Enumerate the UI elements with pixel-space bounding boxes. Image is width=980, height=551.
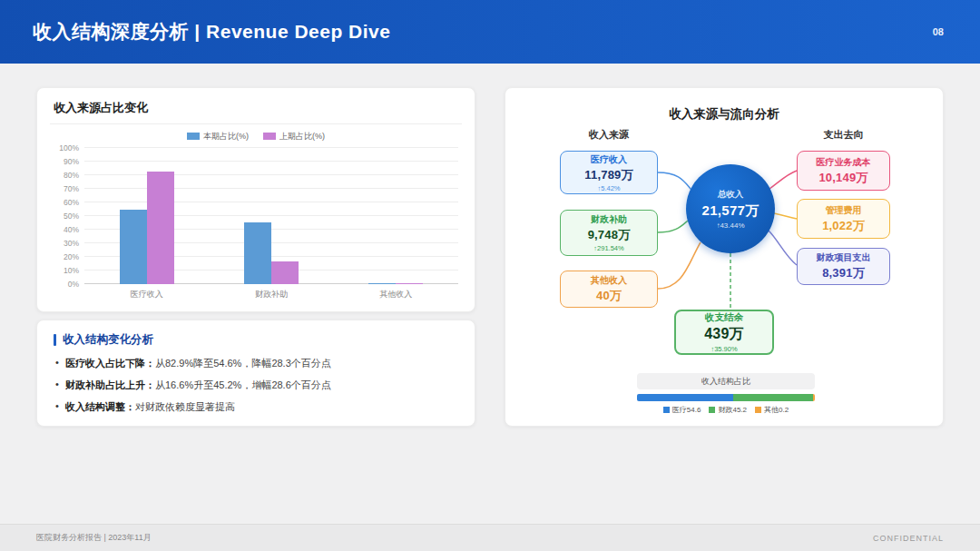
legend-swatch xyxy=(263,133,276,140)
legend-item: 上期占比(%) xyxy=(263,130,325,143)
composition-segment xyxy=(637,394,733,401)
box-change: ↑35.90% xyxy=(710,345,737,353)
composition-label: 其他0.2 xyxy=(764,405,789,415)
bar xyxy=(396,283,423,284)
y-tick-label: 30% xyxy=(64,239,79,248)
analysis-bullets: 医疗收入占比下降：从82.9%降至54.6%，降幅28.3个百分点 财政补助占比… xyxy=(54,357,458,414)
flow-diagram-card: 收入来源与流向分析 收入来源 支出去向 医疗收入 11,789万 ↑5.42% … xyxy=(505,87,944,427)
composition-bar xyxy=(637,394,815,401)
box-label: 其他收入 xyxy=(591,274,627,287)
box-value: 8,391万 xyxy=(822,265,865,281)
bullet-lead: 医疗收入占比下降： xyxy=(65,358,155,369)
composition-legend: 医疗54.6财政45.2其他0.2 xyxy=(637,405,815,415)
box-label: 医疗业务成本 xyxy=(817,156,871,169)
box-value: 1,022万 xyxy=(822,218,865,234)
footer-confidential-label: CONFIDENTIAL xyxy=(873,534,944,543)
expense-box-medical-cost: 医疗业务成本 10,149万 xyxy=(797,151,890,191)
bullet-item: 收入结构调整：对财政依赖度显著提高 xyxy=(54,400,458,414)
page-title: 收入结构深度分析 | Revenue Deep Dive xyxy=(33,19,390,44)
box-label: 财政项目支出 xyxy=(817,251,871,264)
source-box-other-income: 其他收入 40万 xyxy=(560,271,658,308)
legend-label: 本期占比(%) xyxy=(203,131,249,143)
legend-swatch xyxy=(187,133,200,140)
bar-group xyxy=(209,148,333,284)
x-axis: 医疗收入财政补助其他收入 xyxy=(84,289,458,300)
header-bar: 收入结构深度分析 | Revenue Deep Dive 08 xyxy=(0,0,980,64)
box-value: 10,149万 xyxy=(818,170,867,186)
bullet-lead: 财政补助占比上升： xyxy=(65,379,155,390)
bar xyxy=(120,210,147,284)
composition-label: 医疗54.6 xyxy=(672,405,701,415)
box-change: ↑5.42% xyxy=(597,184,620,192)
composition-swatch xyxy=(663,407,670,413)
composition-segment xyxy=(813,394,815,401)
total-revenue-circle: 总收入 21,577万 ↑43.44% xyxy=(686,164,775,253)
accent-bar xyxy=(54,334,56,346)
plot-area xyxy=(84,148,458,284)
bar xyxy=(244,222,271,284)
y-tick-label: 20% xyxy=(64,252,79,261)
bar-chart: 0%10%20%30%40%50%60%70%80%90%100% 医疗收入财政… xyxy=(54,148,458,300)
trend-chart-card: 收入来源占比变化 本期占比(%)上期占比(%) 0%10%20%30%40%50… xyxy=(36,87,475,312)
expense-box-fiscal-project: 财政项目支出 8,391万 xyxy=(797,248,890,285)
x-tick-label: 财政补助 xyxy=(209,289,333,300)
balance-box: 收支结余 439万 ↑35.90% xyxy=(674,310,774,355)
divider xyxy=(50,123,462,124)
bar-group xyxy=(334,148,458,284)
box-label: 医疗收入 xyxy=(591,153,627,166)
box-label: 财政补助 xyxy=(591,213,627,226)
composition-swatch xyxy=(709,407,715,413)
bar-group xyxy=(84,148,209,284)
composition-swatch xyxy=(755,407,761,413)
x-tick-label: 其他收入 xyxy=(334,289,458,300)
box-value: 439万 xyxy=(704,325,744,344)
expense-box-admin-fee: 管理费用 1,022万 xyxy=(797,199,890,239)
box-value: 40万 xyxy=(596,288,622,304)
bullet-text: 从16.6%升至45.2%，增幅28.6个百分点 xyxy=(155,379,331,390)
page-number: 08 xyxy=(933,26,944,37)
box-label: 收支结余 xyxy=(705,311,743,324)
flow-diagram-title: 收入来源与流向分析 xyxy=(505,106,943,123)
source-column-header: 收入来源 xyxy=(560,128,658,142)
total-value: 21,577万 xyxy=(702,202,760,220)
bullet-item: 医疗收入占比下降：从82.9%降至54.6%，降幅28.3个百分点 xyxy=(54,357,458,370)
box-value: 9,748万 xyxy=(588,227,631,243)
y-tick-label: 40% xyxy=(64,225,79,234)
y-tick-label: 60% xyxy=(64,198,79,207)
y-tick-label: 0% xyxy=(68,280,79,289)
composition-title: 收入结构占比 xyxy=(637,373,815,389)
composition-segment xyxy=(733,394,813,401)
source-box-medical-income: 医疗收入 11,789万 ↑5.42% xyxy=(560,151,658,194)
bullet-item: 财政补助占比上升：从16.6%升至45.2%，增幅28.6个百分点 xyxy=(54,379,458,392)
footer-report-title: 医院财务分析报告 | 2023年11月 xyxy=(36,532,152,544)
bar xyxy=(368,283,396,284)
source-box-fiscal-subsidy: 财政补助 9,748万 ↑291.54% xyxy=(560,210,658,256)
chart-legend: 本期占比(%)上期占比(%) xyxy=(54,130,458,143)
composition-legend-item: 财政45.2 xyxy=(709,405,747,415)
analysis-card: 收入结构变化分析 医疗收入占比下降：从82.9%降至54.6%，降幅28.3个百… xyxy=(36,320,475,427)
y-tick-label: 10% xyxy=(64,266,79,275)
y-tick-label: 90% xyxy=(64,157,79,166)
trend-chart-title: 收入来源占比变化 xyxy=(54,100,458,116)
bar xyxy=(271,261,299,284)
bullet-lead: 收入结构调整： xyxy=(65,401,135,412)
composition-label: 财政45.2 xyxy=(718,405,747,415)
analysis-title: 收入结构变化分析 xyxy=(63,332,153,348)
x-tick-label: 医疗收入 xyxy=(84,289,209,300)
bullet-text: 从82.9%降至54.6%，降幅28.3个百分点 xyxy=(155,358,331,369)
footer-bar: 医院财务分析报告 | 2023年11月 CONFIDENTIAL xyxy=(0,524,980,551)
composition-legend-item: 医疗54.6 xyxy=(663,405,701,415)
composition-chart: 收入结构占比 医疗54.6财政45.2其他0.2 xyxy=(637,373,815,415)
legend-label: 上期占比(%) xyxy=(279,131,325,143)
y-tick-label: 70% xyxy=(64,184,79,193)
total-label: 总收入 xyxy=(718,189,744,201)
expense-column-header: 支出去向 xyxy=(797,128,890,142)
box-change: ↑291.54% xyxy=(593,244,623,252)
y-tick-label: 80% xyxy=(64,171,79,180)
y-axis: 0%10%20%30%40%50%60%70%80%90%100% xyxy=(54,148,84,284)
legend-item: 本期占比(%) xyxy=(187,130,249,143)
box-value: 11,789万 xyxy=(584,167,632,183)
y-tick-label: 100% xyxy=(59,143,79,153)
total-change: ↑43.44% xyxy=(716,221,744,230)
bullet-text: 对财政依赖度显著提高 xyxy=(135,401,235,412)
